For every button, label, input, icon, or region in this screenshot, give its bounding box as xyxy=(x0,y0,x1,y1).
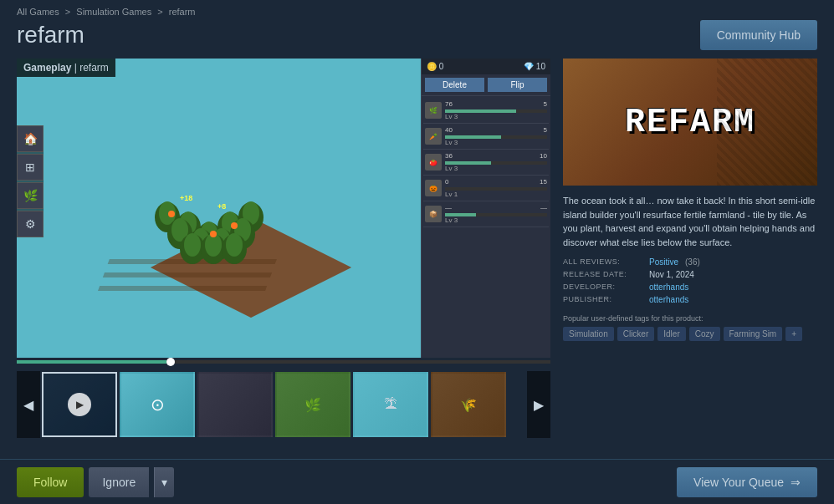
thumb-play-overlay-1: ▶ xyxy=(43,374,115,435)
thumbnail-3[interactable] xyxy=(197,372,273,437)
page-title: refarm xyxy=(17,22,84,48)
svg-rect-3 xyxy=(103,272,272,277)
gameplay-text: Gameplay xyxy=(23,62,71,74)
delete-button[interactable]: Delete xyxy=(425,78,484,92)
developer-label: DEVELOPER: xyxy=(563,283,642,292)
all-reviews-value[interactable]: Positive xyxy=(649,257,678,267)
all-reviews-count: (36) xyxy=(685,257,700,267)
community-hub-button[interactable]: Community Hub xyxy=(700,20,817,50)
thumbnails-list: ▶ ⊙ 🌿 🏝 🌾 xyxy=(40,372,527,437)
media-section: Gameplay | refarm 🏠 ⊞ 🌿 ⚙ xyxy=(17,59,550,441)
resource-icon-2: 💎 10 xyxy=(524,62,545,71)
tags-section: Popular user-defined tags for this produ… xyxy=(563,314,817,341)
resource-icon: 🪙 0 xyxy=(427,62,443,71)
game-item-5: 📦 —— Lv 3 xyxy=(423,201,549,227)
svg-point-31 xyxy=(231,222,238,229)
svg-point-24 xyxy=(184,233,201,257)
breadcrumb: All Games > Simulation Games > refarm xyxy=(0,0,834,20)
breadcrumb-sep1: > xyxy=(65,7,70,17)
thumbnails-prev-button[interactable]: ◀ xyxy=(17,371,40,438)
release-date-row: RELEASE DATE: Nov 1, 2024 xyxy=(563,270,817,279)
breadcrumb-game[interactable]: refarm xyxy=(169,7,196,17)
game-item-list: 🌿 765 Lv 3 🥕 xyxy=(422,96,550,358)
chevron-down-icon: ▾ xyxy=(161,476,167,489)
ignore-button[interactable]: Ignore xyxy=(89,467,149,497)
thumb-play-icon-1: ▶ xyxy=(68,393,91,416)
breadcrumb-sep2: > xyxy=(157,7,162,17)
breadcrumb-all-games[interactable]: All Games xyxy=(17,7,59,17)
publisher-row: PUBLISHER: otterhands xyxy=(563,295,817,304)
breadcrumb-simulation-games[interactable]: Simulation Games xyxy=(76,7,151,17)
tag-farming-sim[interactable]: Farming Sim xyxy=(724,327,783,341)
developer-value[interactable]: otterhands xyxy=(649,283,688,292)
game-ui-action-buttons: Delete Flip xyxy=(422,74,550,96)
game-item-4: 🎃 015 Lv 1 xyxy=(423,176,549,201)
svg-rect-4 xyxy=(98,286,267,291)
thumbnail-4[interactable]: 🌿 xyxy=(275,372,350,437)
release-date-label: RELEASE DATE: xyxy=(563,270,642,279)
game-item-3: 🍅 3610 Lv 3 xyxy=(423,150,549,176)
game-icon-grid[interactable]: ⊞ xyxy=(17,154,43,181)
game-ui-topbar: 🪙 0 💎 10 xyxy=(422,59,550,74)
item-icon-3: 🍅 xyxy=(425,154,442,171)
game-icon-home[interactable]: 🏠 xyxy=(17,125,43,152)
item-bar-1: 765 Lv 3 xyxy=(445,100,547,120)
tag-plus-button[interactable]: + xyxy=(785,327,802,341)
tag-cozy[interactable]: Cozy xyxy=(689,327,720,341)
action-bar: Follow Ignore ▾ View Your Queue ⇒ xyxy=(0,459,834,504)
game-item-1: 🌿 765 Lv 3 xyxy=(423,98,549,124)
game-logo-area: REFARM xyxy=(563,59,817,186)
svg-point-30 xyxy=(210,231,217,237)
game-left-icons: 🏠 ⊞ 🌿 ⚙ xyxy=(17,125,43,237)
video-player[interactable]: Gameplay | refarm 🏠 ⊞ 🌿 ⚙ xyxy=(17,59,550,358)
svg-text:+8: +8 xyxy=(217,202,226,211)
seek-fill xyxy=(17,360,166,364)
thumbnails-strip: ◀ ▶ ⊙ 🌿 🏝 xyxy=(17,368,550,441)
publisher-value[interactable]: otterhands xyxy=(649,295,688,304)
tag-clicker[interactable]: Clicker xyxy=(617,327,655,341)
thumbnails-next-button[interactable]: ▶ xyxy=(527,371,550,438)
game-description: The ocean took it all… now take it back!… xyxy=(563,194,817,249)
thumbnail-2[interactable]: ⊙ xyxy=(120,372,195,437)
item-icon-4: 🎃 xyxy=(425,180,442,196)
logo-stripe xyxy=(717,59,817,186)
tag-idler[interactable]: Idler xyxy=(657,327,685,341)
svg-text:+18: +18 xyxy=(180,194,192,202)
tag-simulation[interactable]: Simulation xyxy=(563,327,614,341)
thumbnail-6[interactable]: 🌾 xyxy=(431,372,506,437)
view-queue-button[interactable]: View Your Queue ⇒ xyxy=(677,467,817,497)
item-icon-2: 🥕 xyxy=(425,128,442,145)
developer-row: DEVELOPER: otterhands xyxy=(563,283,817,292)
publisher-label: PUBLISHER: xyxy=(563,295,642,304)
item-icon-5: 📦 xyxy=(425,206,442,222)
game-ui-panel: 🪙 0 💎 10 Delete Flip 🌿 765 xyxy=(421,59,550,358)
game-icon-plant[interactable]: 🌿 xyxy=(17,182,43,209)
release-date-value: Nov 1, 2024 xyxy=(649,270,694,279)
svg-point-29 xyxy=(168,211,175,217)
flip-button[interactable]: Flip xyxy=(488,78,547,92)
seek-bar-container[interactable] xyxy=(17,358,550,368)
thumbnail-1[interactable]: ▶ xyxy=(42,372,117,437)
follow-button[interactable]: Follow xyxy=(17,467,84,497)
info-section: REFARM The ocean took it all… now take i… xyxy=(563,59,817,441)
item-label-1: 765 xyxy=(445,100,547,108)
farm-visual: +18 +8 xyxy=(50,100,368,318)
ignore-dropdown-button[interactable]: ▾ xyxy=(154,467,174,497)
game-item-2: 🥕 405 Lv 3 xyxy=(423,124,549,150)
tags-list: Simulation Clicker Idler Cozy Farming Si… xyxy=(563,327,817,341)
seek-bar[interactable] xyxy=(17,360,550,364)
item-icon-1: 🌿 xyxy=(425,102,442,119)
all-reviews-label: ALL REVIEWS: xyxy=(563,257,642,267)
view-queue-label: View Your Queue xyxy=(693,476,784,489)
arrow-right-icon: ⇒ xyxy=(791,476,801,489)
title-row: refarm Community Hub xyxy=(0,20,834,59)
thumbnail-5[interactable]: 🏝 xyxy=(353,372,428,437)
gameplay-label: Gameplay | refarm xyxy=(17,59,115,77)
svg-point-28 xyxy=(226,233,243,257)
game-screenshot: 🏠 ⊞ 🌿 ⚙ xyxy=(17,59,550,358)
game-icon-gear[interactable]: ⚙ xyxy=(17,211,43,237)
tags-label: Popular user-defined tags for this produ… xyxy=(563,314,817,323)
all-reviews-row: ALL REVIEWS: Positive (36) xyxy=(563,257,817,267)
seek-thumb xyxy=(166,358,175,366)
main-content: Gameplay | refarm 🏠 ⊞ 🌿 ⚙ xyxy=(0,59,834,441)
